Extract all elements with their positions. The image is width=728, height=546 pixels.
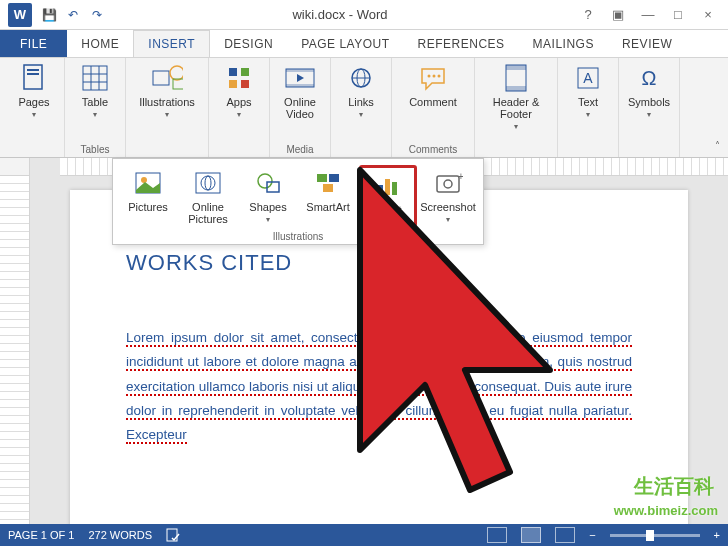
zoom-in-button[interactable]: +	[714, 529, 720, 541]
online-video-button[interactable]: Online Video	[274, 60, 326, 122]
header-footer-icon	[500, 62, 532, 94]
svg-point-32	[141, 177, 147, 183]
view-print-button[interactable]	[521, 527, 541, 543]
pictures-icon	[132, 167, 164, 199]
status-words[interactable]: 272 WORDS	[88, 529, 152, 541]
pages-label: Pages	[18, 96, 49, 108]
group-text: A Text ▾	[558, 58, 619, 157]
pictures-button[interactable]: Pictures	[119, 165, 177, 227]
header-footer-button[interactable]: Header & Footer ▾	[479, 60, 553, 133]
svg-rect-2	[27, 73, 39, 75]
help-button[interactable]: ?	[574, 4, 602, 26]
tab-references[interactable]: REFERENCES	[404, 30, 519, 57]
header-footer-label: Header & Footer	[481, 96, 551, 120]
illustrations-dropdown: Pictures Online Pictures Shapes ▾ SmartA…	[112, 158, 484, 245]
zoom-slider[interactable]	[610, 534, 700, 537]
body-paragraph: Lorem ipsum dolor sit amet, consectetur …	[126, 326, 632, 447]
word-logo-icon: W	[8, 3, 32, 27]
ruler-corner	[0, 158, 30, 176]
svg-point-24	[438, 75, 441, 78]
ribbon-display-button[interactable]: ▣	[604, 4, 632, 26]
smartart-icon	[312, 167, 344, 199]
svg-text:Ω: Ω	[642, 67, 657, 89]
collapse-ribbon-icon[interactable]: ˄	[715, 140, 720, 151]
group-header-footer: Header & Footer ▾	[475, 58, 558, 157]
chevron-down-icon: ▾	[586, 110, 590, 119]
pages-icon	[18, 62, 50, 94]
comment-button[interactable]: Comment	[396, 60, 470, 110]
redo-button[interactable]: ↷	[88, 6, 106, 24]
undo-button[interactable]: ↶	[64, 6, 82, 24]
status-page[interactable]: PAGE 1 OF 1	[8, 529, 74, 541]
illustrations-button[interactable]: Illustrations ▾	[130, 60, 204, 121]
links-button[interactable]: Links ▾	[335, 60, 387, 121]
tab-insert[interactable]: INSERT	[133, 30, 210, 57]
proofing-icon[interactable]	[166, 528, 182, 542]
group-illustrations: Illustrations ▾	[126, 58, 209, 157]
group-label-comments: Comments	[409, 144, 457, 155]
svg-point-22	[428, 75, 431, 78]
view-read-button[interactable]	[487, 527, 507, 543]
group-label-media: Media	[286, 144, 313, 155]
tab-page-layout[interactable]: PAGE LAYOUT	[287, 30, 403, 57]
svg-rect-42	[385, 179, 390, 195]
links-label: Links	[348, 96, 374, 108]
save-button[interactable]: 💾	[40, 6, 58, 24]
screenshot-button[interactable]: + Screenshot ▾	[419, 165, 477, 227]
svg-marker-16	[297, 74, 304, 82]
pages-button[interactable]: Pages ▾	[8, 60, 60, 121]
symbols-button[interactable]: Ω Symbols ▾	[623, 60, 675, 121]
svg-rect-0	[24, 65, 42, 89]
chevron-down-icon: ▾	[237, 110, 241, 119]
symbols-label: Symbols	[628, 96, 670, 108]
illustrations-label: Illustrations	[139, 96, 195, 108]
chart-button[interactable]: Chart	[359, 165, 417, 227]
heading-works-cited: WORKS CITED	[126, 250, 632, 276]
group-comments: Comment Comments	[392, 58, 475, 157]
minimize-button[interactable]: —	[634, 4, 662, 26]
svg-rect-13	[229, 80, 237, 88]
apps-label: Apps	[226, 96, 251, 108]
group-links: Links ▾	[331, 58, 392, 157]
table-button[interactable]: Table ▾	[69, 60, 121, 121]
window-title: wiki.docx - Word	[106, 7, 574, 22]
comment-icon	[417, 62, 449, 94]
svg-text:A: A	[583, 70, 593, 86]
tab-review[interactable]: REVIEW	[608, 30, 686, 57]
online-pictures-button[interactable]: Online Pictures	[179, 165, 237, 227]
svg-rect-17	[286, 69, 314, 72]
svg-rect-3	[83, 66, 107, 90]
group-tables: Table ▾ Tables	[65, 58, 126, 157]
view-web-button[interactable]	[555, 527, 575, 543]
group-media: Online Video Media	[270, 58, 331, 157]
svg-rect-43	[392, 182, 397, 195]
tab-design[interactable]: DESIGN	[210, 30, 287, 57]
tab-mailings[interactable]: MAILINGS	[519, 30, 608, 57]
window-controls: ? ▣ — □ ×	[574, 4, 722, 26]
comment-label: Comment	[409, 96, 457, 108]
svg-rect-12	[241, 68, 249, 76]
maximize-button[interactable]: □	[664, 4, 692, 26]
svg-point-35	[205, 176, 211, 190]
svg-rect-39	[329, 174, 339, 182]
link-icon	[345, 62, 377, 94]
zoom-out-button[interactable]: −	[589, 529, 595, 541]
shapes-icon	[252, 167, 284, 199]
text-button[interactable]: A Text ▾	[562, 60, 614, 121]
svg-rect-27	[506, 86, 526, 91]
svg-point-34	[201, 176, 215, 190]
text-icon: A	[572, 62, 604, 94]
apps-button[interactable]: Apps ▾	[213, 60, 265, 121]
svg-rect-26	[506, 65, 526, 70]
shapes-button[interactable]: Shapes ▾	[239, 165, 297, 227]
tab-home[interactable]: HOME	[67, 30, 133, 57]
svg-rect-11	[229, 68, 237, 76]
tab-file[interactable]: FILE	[0, 30, 67, 57]
smartart-button[interactable]: SmartArt	[299, 165, 357, 227]
text-label: Text	[578, 96, 598, 108]
svg-point-23	[433, 75, 436, 78]
svg-point-45	[444, 180, 452, 188]
chevron-down-icon: ▾	[514, 122, 518, 131]
illustrations-icon	[151, 62, 183, 94]
close-button[interactable]: ×	[694, 4, 722, 26]
